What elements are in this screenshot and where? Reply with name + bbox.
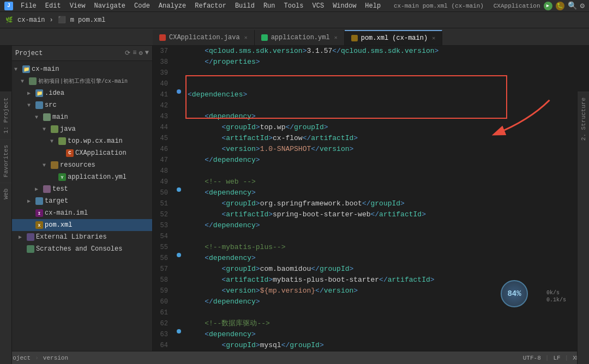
gutter-41 xyxy=(172,89,185,94)
line-num-38: 38 xyxy=(153,57,172,68)
line-num-62: 62 xyxy=(153,318,172,329)
tree-item-main[interactable]: ▼ main xyxy=(12,111,152,123)
menu-edit[interactable]: Edit xyxy=(42,1,64,11)
menu-code[interactable]: Code xyxy=(131,1,153,11)
tab-application-yml[interactable]: application.yml ✕ xyxy=(255,30,345,45)
menu-help[interactable]: Help xyxy=(362,1,384,11)
code-line-42: 42 xyxy=(153,100,577,111)
debug-button[interactable]: 🐛 xyxy=(556,2,564,10)
line-num-59: 59 xyxy=(153,286,172,296)
yml-icon xyxy=(261,34,268,41)
menu-file[interactable]: File xyxy=(17,1,40,11)
menu-refactor[interactable]: Refactor xyxy=(191,1,230,11)
tree-item-iml[interactable]: ▶ I cx-main.iml xyxy=(12,207,152,219)
folder-icon-main xyxy=(43,113,51,121)
tree-item-cxmain[interactable]: ▼ 📁 cx-main xyxy=(12,63,152,75)
run-controls: CXApplication ▶ 🐛 🔍 ⚙ xyxy=(494,1,585,10)
tree-item-src[interactable]: ▼ src xyxy=(12,99,152,111)
tree-item-cxapplication[interactable]: ▶ C CXApplication xyxy=(12,147,152,159)
tab-web[interactable]: Web xyxy=(0,183,11,205)
arrow-package: ▼ xyxy=(50,138,57,144)
memory-percent: 84% xyxy=(507,289,521,298)
label-cxmain: cx-main xyxy=(32,65,59,73)
menu-analyze[interactable]: Analyze xyxy=(155,1,189,11)
panel-minimize-icon[interactable]: ▼ xyxy=(145,49,149,57)
panel-settings-icon[interactable]: ⚙ xyxy=(139,49,143,57)
tree-item-java[interactable]: ▼ java xyxy=(12,123,152,135)
panel-sync-icon[interactable]: ⟳ xyxy=(125,49,130,57)
close-tab-appyml[interactable]: ✕ xyxy=(334,34,338,41)
content-44: <groupId>top.wp</groupId> xyxy=(185,122,577,133)
status-line-endings: LF xyxy=(553,355,560,361)
content-41: <dependencies> xyxy=(185,89,577,100)
menu-bar: J File Edit View Navigate Code Analyze R… xyxy=(0,0,589,12)
tab-cx-application[interactable]: CXApplication.java ✕ xyxy=(153,30,255,45)
java-file-icon: C xyxy=(66,149,74,157)
close-tab-cxapp[interactable]: ✕ xyxy=(244,34,248,41)
gutter-dot-63 xyxy=(177,329,181,333)
close-tab-pomxml[interactable]: ✕ xyxy=(432,35,435,41)
xml-tab-icon xyxy=(351,35,358,41)
tab-label-pomxml: pom.xml (cx-main) xyxy=(361,34,428,42)
yml-file-icon: Y xyxy=(58,173,66,181)
line-num-44: 44 xyxy=(153,122,172,133)
code-line-53: 53 </dependency> xyxy=(153,220,577,231)
menu-build[interactable]: Build xyxy=(232,1,258,11)
line-num-49: 49 xyxy=(153,177,172,187)
branch-icon: 🌿 xyxy=(5,16,13,23)
content-52: <artifactId>spring-boot-starter-web</art… xyxy=(185,209,577,220)
code-line-61: 61 xyxy=(153,307,577,318)
tree-item-pomxml[interactable]: ▶ X pom.xml xyxy=(12,219,152,231)
stat-upload: 0k/s xyxy=(546,290,566,296)
menu-vcs[interactable]: VCS xyxy=(309,1,328,11)
menu-view[interactable]: View xyxy=(67,1,89,11)
project-tree: ▼ 📁 cx-main ▼ 初初项目|初初工作流引擎/cx-main ▶ 📁 .… xyxy=(12,61,152,351)
label-src: src xyxy=(45,101,57,109)
run-button[interactable]: ▶ xyxy=(544,2,552,10)
label-cxapplication: CXApplication xyxy=(75,149,127,157)
tree-item-resources[interactable]: ▼ resources xyxy=(12,159,152,171)
xml-icon: ⬛ xyxy=(58,16,66,24)
label-resources: resources xyxy=(60,161,95,169)
tree-item-scratches[interactable]: ▶ Scratches and Consoles xyxy=(12,243,152,255)
label-idea: .idea xyxy=(45,89,64,97)
line-num-41: 41 xyxy=(153,89,172,100)
content-64: <groupId>mysql</groupId> xyxy=(185,340,577,351)
tree-item-test[interactable]: ▶ test xyxy=(12,183,152,195)
panel-filter-icon[interactable]: ≡ xyxy=(133,49,136,57)
tree-item-target[interactable]: ▶ target xyxy=(12,195,152,207)
line-num-48: 48 xyxy=(153,166,172,177)
menu-window[interactable]: Window xyxy=(329,1,359,11)
tree-item-appyml[interactable]: ▶ Y application.yml xyxy=(12,171,152,183)
memory-badge: 84% xyxy=(501,280,528,307)
tree-item-idea[interactable]: ▶ 📁 .idea xyxy=(12,87,152,99)
menu-run[interactable]: Run xyxy=(260,1,279,11)
tab-bar: CXApplication.java ✕ application.yml ✕ p… xyxy=(0,28,589,46)
project-panel: Project ⟳ ≡ ⚙ ▼ ▼ 📁 cx-main ▼ 初初项目|初初工作流… xyxy=(12,46,153,351)
content-43: <dependency> xyxy=(185,111,577,122)
folder-icon-java xyxy=(51,125,58,133)
content-53: </dependency> xyxy=(185,220,577,231)
app-icon: J xyxy=(4,2,13,10)
line-num-58: 58 xyxy=(153,275,172,286)
tab-structure[interactable]: 2. Structure xyxy=(578,92,589,146)
gear-icon[interactable]: ⚙ xyxy=(580,1,585,10)
label-iml: cx-main.iml xyxy=(45,209,88,217)
code-line-43: 43 <dependency> xyxy=(153,111,577,122)
code-line-54: 54 xyxy=(153,231,577,242)
file-name: m pom.xml xyxy=(70,16,106,24)
arrow-java: ▼ xyxy=(43,126,49,132)
tree-item-extlibs[interactable]: ▶ External Libraries xyxy=(12,231,152,243)
status-bar: project › version UTF-8 | LF | XML xyxy=(0,351,589,364)
tab-favorites[interactable]: Favorites xyxy=(0,139,11,183)
arrow-extlibs: ▶ xyxy=(19,234,25,240)
menu-tools[interactable]: Tools xyxy=(281,1,307,11)
tree-item-path[interactable]: ▼ 初初项目|初初工作流引擎/cx-main xyxy=(12,75,152,87)
search-icon[interactable]: 🔍 xyxy=(568,1,577,10)
line-num-51: 51 xyxy=(153,198,172,209)
tab-pom-xml[interactable]: pom.xml (cx-main) ✕ xyxy=(345,30,442,45)
tree-item-package[interactable]: ▼ top.wp.cx.main xyxy=(12,135,152,147)
menu-navigate[interactable]: Navigate xyxy=(91,1,129,11)
tab-label-appyml: application.yml xyxy=(271,34,330,41)
tab-project[interactable]: 1: Project xyxy=(0,92,11,139)
